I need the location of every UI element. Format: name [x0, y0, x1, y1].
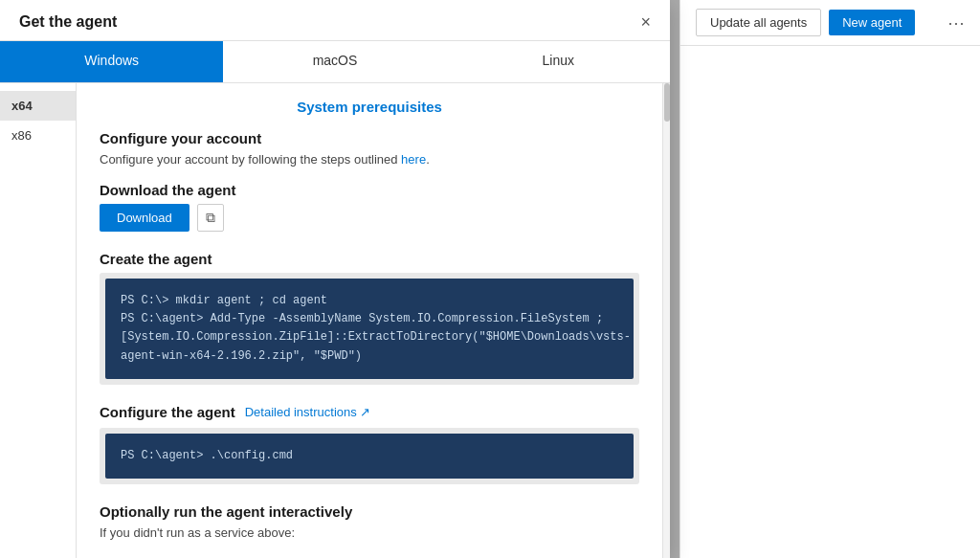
modal-header: Get the agent × — [0, 0, 670, 41]
configure-account-desc: Configure your account by following the … — [100, 152, 639, 167]
new-agent-button[interactable]: New agent — [829, 10, 915, 35]
get-agent-modal: Get the agent × Windows macOS Linux x64 … — [0, 0, 670, 558]
scrollbar-track[interactable] — [662, 83, 670, 558]
os-tabs: Windows macOS Linux — [0, 41, 670, 83]
modal-overlay: Get the agent × Windows macOS Linux x64 … — [0, 0, 679, 558]
arch-x86[interactable]: x86 — [0, 121, 76, 150]
create-agent-code: PS C:\> mkdir agent ; cd agent PS C:\age… — [105, 279, 634, 379]
close-button[interactable]: × — [640, 13, 651, 31]
external-link-icon: ↗ — [360, 405, 370, 419]
more-options-icon[interactable]: ⋯ — [947, 12, 965, 33]
detailed-instructions-link[interactable]: Detailed instructions ↗ — [245, 405, 370, 419]
optional-heading: Optionally run the agent interactively — [100, 503, 639, 520]
configure-agent-code: PS C:\agent> .\config.cmd — [105, 434, 634, 479]
download-agent-heading: Download the agent — [100, 182, 639, 198]
configure-agent-code-container: PS C:\agent> .\config.cmd — [100, 428, 639, 484]
tab-windows[interactable]: Windows — [0, 41, 223, 82]
tab-linux[interactable]: Linux — [447, 41, 670, 82]
copy-download-button[interactable]: ⧉ — [197, 204, 224, 232]
system-prerequisites-heading: System prerequisites — [100, 99, 639, 115]
create-agent-heading: Create the agent — [100, 251, 639, 267]
configure-agent-heading-row: Configure the agent Detailed instruction… — [100, 404, 639, 420]
optional-desc: If you didn't run as a service above: — [100, 525, 639, 540]
configure-account-heading: Configure your account — [100, 130, 639, 146]
arch-x64[interactable]: x64 — [0, 91, 76, 121]
modal-title: Get the agent — [19, 13, 117, 31]
right-panel: Update all agents New agent ⋯ — [679, 0, 980, 558]
create-agent-code-container: PS C:\> mkdir agent ; cd agent PS C:\age… — [100, 273, 639, 385]
arch-sidebar: x64 x86 — [0, 83, 77, 558]
tab-macos[interactable]: macOS — [223, 41, 446, 82]
scrollbar-thumb[interactable] — [664, 83, 670, 122]
panel-toolbar: Update all agents New agent ⋯ — [680, 0, 980, 46]
download-button[interactable]: Download — [100, 204, 189, 232]
configure-agent-heading: Configure the agent — [100, 404, 235, 420]
modal-body: x64 x86 System prerequisites Configure y… — [0, 83, 670, 558]
content-area: System prerequisites Configure your acco… — [77, 83, 662, 558]
here-link[interactable]: here — [401, 152, 426, 167]
download-area: Download ⧉ — [100, 204, 639, 232]
update-all-agents-button[interactable]: Update all agents — [696, 9, 821, 36]
